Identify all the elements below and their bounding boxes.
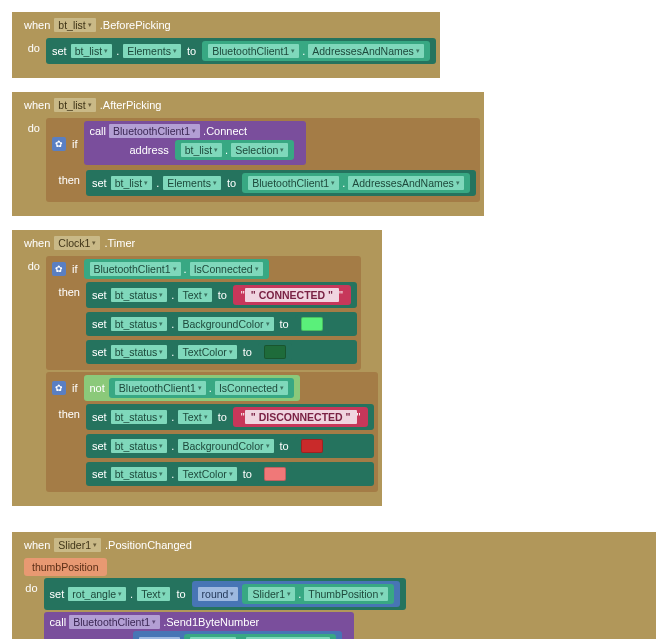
get-addresses[interactable]: BluetoothClient1▾. AddressesAndNames▾ [202, 41, 430, 61]
gear-icon[interactable]: ✿ [52, 381, 66, 395]
set-kw: set [52, 45, 67, 57]
set-rot-angle[interactable]: set rot_angle▾. Text▾ to round▾ Slider1▾… [44, 578, 407, 610]
component-dd[interactable]: bt_list▾ [54, 98, 95, 112]
if-connect[interactable]: ✿ if call BluetoothClient1▾ .Connect add… [46, 118, 480, 202]
event-header: when bt_list▾ .AfterPicking [16, 96, 480, 118]
round-block[interactable]: round▾ Slider1▾. ThumbPosition▾ [192, 581, 401, 607]
do-kw: do [16, 38, 46, 74]
if-connected[interactable]: ✿ if BluetoothClient1▾. IsConnected▾ the… [46, 256, 361, 370]
set-bg-disconnected[interactable]: set bt_status▾. BackgroundColor▾ to [86, 434, 374, 458]
event-clock-timer[interactable]: when Clock1▾ .Timer do ✿ if BluetoothCli… [12, 230, 382, 506]
gear-icon[interactable]: ✿ [52, 137, 66, 151]
set-text-disconnected[interactable]: set bt_status▾. Text▾ to "" DISCONNECTED… [86, 404, 374, 430]
if-disconnected[interactable]: ✿ if not BluetoothClient1▾. IsConnected▾… [46, 372, 378, 492]
prop-dd[interactable]: Elements▾ [123, 44, 181, 58]
set-bg-connected[interactable]: set bt_status▾. BackgroundColor▾ to [86, 312, 357, 336]
get-selection[interactable]: bt_list▾. Selection▾ [175, 140, 295, 160]
component-dd[interactable]: bt_list▾ [54, 18, 95, 32]
not-block[interactable]: not BluetoothClient1▾. IsConnected▾ [84, 375, 300, 401]
set-elements[interactable]: set bt_list▾. Elements▾ to BluetoothClie… [46, 38, 436, 64]
event-slider-changed[interactable]: when Slider1▾ .PositionChanged thumbPosi… [12, 532, 656, 639]
set-text-connected[interactable]: set bt_status▾. Text▾ to "" CONNECTED "" [86, 282, 357, 308]
color-swatch [301, 317, 323, 331]
set-textcolor-connected[interactable]: set bt_status▾. TextColor▾ to [86, 340, 357, 364]
call-connect[interactable]: call BluetoothClient1▾ .Connect address … [84, 121, 307, 165]
gear-icon[interactable]: ✿ [52, 262, 66, 276]
color-swatch [301, 439, 323, 453]
event-name: .BeforePicking [100, 19, 171, 31]
to-kw: to [187, 45, 196, 57]
color-swatch [264, 345, 286, 359]
event-after-picking[interactable]: when bt_list▾ .AfterPicking do ✿ if call… [12, 92, 484, 216]
round-block-2[interactable]: round▾ Slider1▾. ThumbPosition▾ [133, 631, 342, 639]
event-before-picking[interactable]: when bt_list▾ .BeforePicking do set bt_l… [12, 12, 440, 78]
comp-dd[interactable]: bt_list▾ [71, 44, 112, 58]
call-send-byte[interactable]: call BluetoothClient1▾ .Send1ByteNumber … [44, 612, 354, 639]
event-header: when bt_list▾ .BeforePicking [16, 16, 436, 38]
when-kw: when [24, 19, 50, 31]
color-swatch [264, 467, 286, 481]
set-elements-2[interactable]: set bt_list▾. Elements▾ to BluetoothClie… [86, 170, 476, 196]
set-textcolor-disconnected[interactable]: set bt_status▾. TextColor▾ to [86, 462, 374, 486]
param-thumbposition[interactable]: thumbPosition [24, 558, 107, 576]
